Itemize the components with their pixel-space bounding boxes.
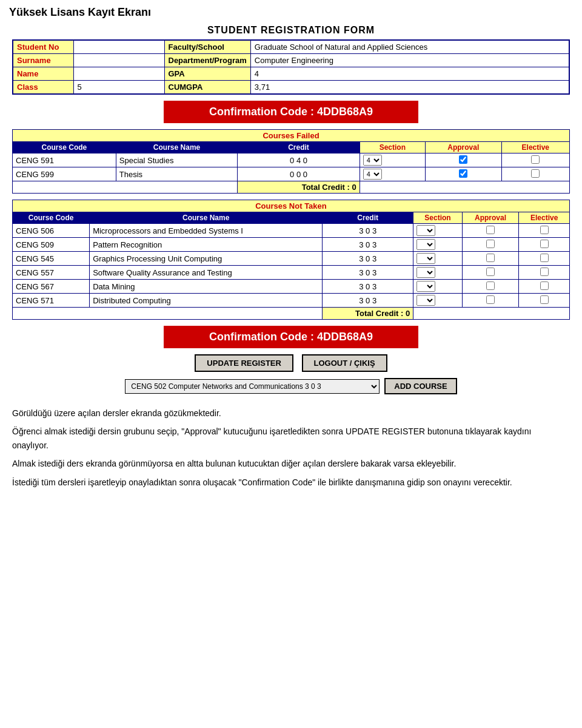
cf-col-elective: Elective [501, 142, 569, 153]
update-register-button[interactable]: UPDATE REGISTER [195, 354, 293, 372]
cnt-row1-approval-checkbox[interactable] [486, 226, 495, 234]
cf-row2-approval[interactable] [426, 167, 502, 181]
cnt-row2-approval[interactable] [462, 238, 519, 252]
table-row: Total Credit : 0 [13, 308, 570, 320]
explanation-p2: Öğrenci almak istediği dersin grubunu se… [12, 425, 570, 452]
cnt-row2-approval-checkbox[interactable] [486, 240, 495, 248]
table-row: CENG 506 Microprocessors and Embedded Sy… [13, 224, 570, 238]
cnt-row4-elective-checkbox[interactable] [540, 268, 549, 276]
cnt-row4-name: Software Quality Assurance and Testing [90, 266, 323, 280]
cf-row1-section-select[interactable]: 4 1 2 3 [363, 155, 382, 166]
faculty-value: Graduate School of Natural and Applied S… [250, 40, 569, 54]
cnt-col-section: Section [413, 212, 463, 224]
cnt-row2-elective-checkbox[interactable] [540, 240, 549, 248]
cnt-row4-credit: 3 0 3 [323, 266, 413, 280]
cf-row2-credit: 0 0 0 [238, 167, 360, 181]
cnt-row5-section-select[interactable]: 1234 [416, 281, 435, 292]
cnt-row4-section[interactable]: 1234 [413, 266, 463, 280]
table-row: CENG 509 Pattern Recognition 3 0 3 1234 [13, 238, 570, 252]
cf-row2-code: CENG 599 [13, 167, 116, 181]
cnt-col-approval: Approval [462, 212, 519, 224]
class-label: Class [13, 81, 73, 95]
logout-button[interactable]: LOGOUT / ÇIKIŞ [302, 354, 387, 372]
cf-col-approval: Approval [426, 142, 502, 153]
cnt-col-credit: Credit [323, 212, 413, 224]
cnt-col-elective: Elective [519, 212, 570, 224]
add-course-row: CENG 502 Computer Networks and Communica… [12, 378, 570, 394]
cnt-row5-approval[interactable] [462, 280, 519, 294]
cnt-row3-approval[interactable] [462, 252, 519, 266]
cnt-row6-section-select[interactable]: 1234 [416, 295, 435, 306]
table-row: CENG 599 Thesis 0 0 0 4 1 2 3 [13, 167, 570, 181]
cf-row2-section-select[interactable]: 4 1 2 3 [363, 169, 382, 180]
cnt-row5-credit: 3 0 3 [323, 280, 413, 294]
cf-row1-approval[interactable] [426, 153, 502, 167]
cnt-row1-elective-checkbox[interactable] [540, 226, 549, 234]
surname-label: Surname [13, 54, 73, 67]
cnt-row6-section[interactable]: 1234 [413, 294, 463, 308]
courses-failed-table: Courses Failed Course Code Course Name C… [12, 129, 570, 194]
cnt-row1-section-select[interactable]: 1234 [416, 225, 435, 236]
class-value: 5 [73, 81, 164, 95]
cnt-row4-elective[interactable] [519, 266, 570, 280]
cnt-row1-section[interactable]: 1234 [413, 224, 463, 238]
name-value [73, 67, 164, 81]
cf-row1-elective[interactable] [501, 153, 569, 167]
cnt-row3-elective-checkbox[interactable] [540, 254, 549, 262]
cnt-row4-section-select[interactable]: 1234 [416, 267, 435, 278]
table-row: Total Credit : 0 [13, 181, 570, 194]
gpa-label: GPA [164, 67, 250, 81]
add-course-select[interactable]: CENG 502 Computer Networks and Communica… [125, 379, 380, 394]
cf-row1-approval-checkbox[interactable] [459, 155, 467, 164]
cf-row2-approval-checkbox[interactable] [459, 169, 467, 178]
cnt-row2-section[interactable]: 1234 [413, 238, 463, 252]
cnt-row3-section[interactable]: 1234 [413, 252, 463, 266]
cnt-row1-elective[interactable] [519, 224, 570, 238]
cnt-row6-approval-checkbox[interactable] [486, 295, 495, 304]
cnt-row6-code: CENG 571 [13, 294, 90, 308]
cnt-row3-elective[interactable] [519, 252, 570, 266]
student-no-label: Student No [13, 40, 73, 54]
cnt-row5-section[interactable]: 1234 [413, 280, 463, 294]
cnt-col-name: Course Name [90, 212, 323, 224]
page-title: Yüksek Lisans Kayıt Ekranı [0, 0, 582, 22]
cnt-row5-code: CENG 567 [13, 280, 90, 294]
cnt-row4-approval[interactable] [462, 266, 519, 280]
cnt-row4-approval-checkbox[interactable] [486, 268, 495, 276]
cf-row2-section[interactable]: 4 1 2 3 [360, 167, 425, 181]
courses-failed-title: Courses Failed [13, 130, 570, 142]
cf-row1-credit: 0 4 0 [238, 153, 360, 167]
cumgpa-label: CUMGPA [164, 81, 250, 95]
cf-row2-elective[interactable] [501, 167, 569, 181]
cf-col-name: Course Name [116, 142, 238, 153]
cnt-row5-name: Data Mining [90, 280, 323, 294]
cf-col-section: Section [360, 142, 425, 153]
cnt-row3-approval-checkbox[interactable] [486, 254, 495, 262]
cnt-row6-elective[interactable] [519, 294, 570, 308]
department-label: Department/Program [164, 54, 250, 67]
cnt-row3-section-select[interactable]: 1234 [416, 253, 435, 264]
cnt-row2-elective[interactable] [519, 238, 570, 252]
cnt-row1-name: Microprocessors and Embedded Systems I [90, 224, 323, 238]
cnt-row1-approval[interactable] [462, 224, 519, 238]
cf-row2-elective-checkbox[interactable] [531, 169, 540, 178]
cf-total-label: Total Credit : 0 [238, 181, 360, 194]
cf-row1-elective-checkbox[interactable] [531, 155, 540, 164]
cnt-row6-approval[interactable] [462, 294, 519, 308]
cf-row2-name: Thesis [116, 167, 238, 181]
cnt-row2-section-select[interactable]: 1234 [416, 239, 435, 250]
cnt-row2-name: Pattern Recognition [90, 238, 323, 252]
cnt-row1-credit: 3 0 3 [323, 224, 413, 238]
student-no-value [73, 40, 164, 54]
cnt-row5-elective-checkbox[interactable] [540, 281, 549, 290]
table-row: CENG 545 Graphics Processing Unit Comput… [13, 252, 570, 266]
cnt-row2-code: CENG 509 [13, 238, 90, 252]
cf-row1-section[interactable]: 4 1 2 3 [360, 153, 425, 167]
cnt-row6-credit: 3 0 3 [323, 294, 413, 308]
cnt-row6-elective-checkbox[interactable] [540, 295, 549, 304]
add-course-button[interactable]: ADD COURSE [384, 378, 457, 394]
name-label: Name [13, 67, 73, 81]
cnt-row5-approval-checkbox[interactable] [486, 281, 495, 290]
cnt-row5-elective[interactable] [519, 280, 570, 294]
action-buttons: UPDATE REGISTER LOGOUT / ÇIKIŞ [12, 354, 570, 372]
